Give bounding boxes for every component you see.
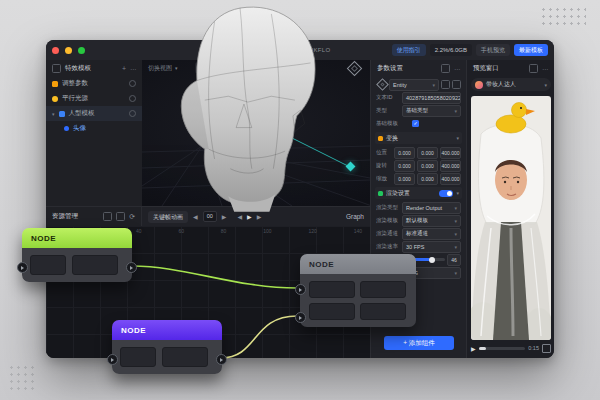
close-icon[interactable] [52,47,59,54]
node-slot[interactable] [360,303,406,320]
id-field-value[interactable]: 402879185058020922 [402,92,461,104]
render-template-select[interactable]: 默认模板 ▾ [402,215,461,227]
render-section-title: 渲染设置 [386,189,410,198]
preview-header: 预览窗口 ⋯ [467,60,554,76]
minimize-icon[interactable] [65,47,72,54]
memory-usage: 2.2%/6.0GB [430,44,472,56]
input-port[interactable] [107,354,118,365]
template-button[interactable]: 最新模板 [514,44,548,56]
entity-select[interactable]: Entity ▾ [389,79,439,91]
input-port[interactable] [295,284,306,295]
more-icon[interactable]: ⋯ [454,65,460,72]
add-icon[interactable]: + [122,65,126,72]
render-toggle[interactable] [439,190,453,197]
ruler-tick: 40 [136,228,142,234]
sample-value[interactable]: 46 [447,254,461,266]
chevron-down-icon: ▾ [454,231,457,237]
import-icon[interactable] [116,212,125,221]
scale-z-input[interactable]: 400.000 [440,173,461,185]
more-icon[interactable]: ⋯ [130,65,136,72]
viewport-head-model[interactable] [146,2,338,212]
chevron-down-icon: ▾ [456,190,459,196]
model-selector[interactable]: 带妆人达人 ▾ [471,78,551,91]
rotation-y-input[interactable]: 0.000 [417,160,438,172]
popout-icon[interactable] [529,64,538,73]
refresh-icon[interactable]: ⟳ [129,213,135,221]
node-body [112,340,222,374]
tree-item-humanoid[interactable]: ▾ 人型模板 [46,106,142,121]
folder-icon[interactable] [103,212,112,221]
perspective-cube-icon[interactable] [347,60,363,76]
scale-x-input[interactable]: 0.000 [394,173,415,185]
slider-knob[interactable] [429,257,435,263]
node-header[interactable]: NODE [22,228,132,248]
caret-down-icon[interactable]: ▾ [52,111,55,117]
base-template-checkbox[interactable]: ✓ [412,120,419,127]
visibility-icon[interactable] [129,80,136,87]
render-section-header[interactable]: 渲染设置 ▾ [375,187,462,199]
node-slot[interactable] [162,347,208,367]
graph-mode-label[interactable]: Graph [346,213,364,220]
base-template-label: 基础模板 [376,120,410,127]
position-z-input[interactable]: 400.000 [440,147,461,159]
preview-photo [471,96,551,340]
node-slot[interactable] [309,281,355,298]
type-select[interactable]: 基础类型 ▾ [402,105,461,117]
output-port[interactable] [216,354,227,365]
node-slot[interactable] [30,255,66,275]
copy-icon[interactable] [441,80,450,89]
node-card-purple[interactable]: NODE [112,320,222,374]
time-total: 0:15 [528,345,539,351]
frame-prev-icon[interactable]: ◀ [193,213,198,220]
input-port[interactable] [17,262,28,273]
maximize-icon[interactable] [78,47,85,54]
position-x-input[interactable]: 0.000 [394,147,415,159]
tree-item-head[interactable]: 头像 [46,121,142,136]
node-card-gray[interactable]: NODE [300,254,416,327]
node-slot[interactable] [72,255,118,275]
visibility-icon[interactable] [129,95,136,102]
node-slot[interactable] [360,281,406,298]
more-icon[interactable]: ⋯ [542,65,548,72]
rotation-x-input[interactable]: 0.000 [394,160,415,172]
visibility-icon[interactable] [129,110,136,117]
render-channel-select[interactable]: 标准通道 ▾ [402,228,461,240]
play-icon[interactable]: ▶ [247,213,252,220]
adjust-icon [52,81,58,87]
pin-icon[interactable] [441,64,450,73]
frame-counter[interactable]: 00 [203,211,217,222]
node-card-green[interactable]: NODE [22,228,132,282]
entity-select-value: Entity [393,82,407,88]
play-icon[interactable]: ▶ [471,345,476,352]
tree-item-label: 人型模板 [69,109,95,118]
node-header[interactable]: NODE [300,254,416,274]
chevron-down-icon: ▾ [456,135,459,141]
fullscreen-icon[interactable] [542,344,551,353]
frame-next-icon[interactable]: ▶ [222,213,227,220]
node-slot[interactable] [120,347,156,367]
guide-button[interactable]: 使用指引 [392,44,426,56]
mobile-preview-button[interactable]: 手机预览 [476,44,510,56]
render-type-select[interactable]: Render Output ▾ [402,202,461,214]
input-port[interactable] [295,312,306,323]
node-slot[interactable] [309,303,355,320]
output-port[interactable] [126,262,137,273]
position-y-input[interactable]: 0.000 [417,147,438,159]
delete-icon[interactable] [452,80,461,89]
add-component-button[interactable]: + 添加组件 [384,336,454,350]
render-rate-select[interactable]: 30 FPS ▾ [402,241,461,253]
node-header[interactable]: NODE [112,320,222,340]
type-select-value: 基础类型 [406,107,428,114]
seek-bar[interactable] [479,347,526,350]
grid-icon [52,64,61,73]
tree-item-adjust[interactable]: 调整参数 [46,76,142,91]
chevron-down-icon: ▾ [432,82,435,88]
step-forward-icon[interactable]: ▶ [257,213,262,220]
transform-section-header[interactable]: 变换 ▾ [375,132,462,144]
decor-dots-bottom-left [8,364,38,392]
scale-y-input[interactable]: 0.000 [417,173,438,185]
tree-item-light[interactable]: 平行光源 [46,91,142,106]
rotation-z-input[interactable]: 400.000 [440,160,461,172]
keyframe-tab[interactable]: 关键帧动画 [148,211,188,223]
step-back-icon[interactable]: ◀ [237,213,242,220]
